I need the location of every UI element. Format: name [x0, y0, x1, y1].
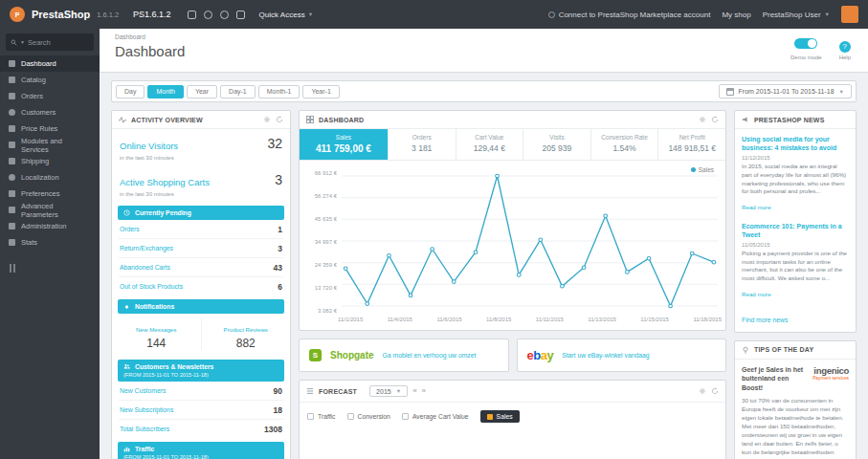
forecast-panel-title: FORECAST — [319, 388, 357, 395]
stats-icon — [9, 239, 15, 246]
kpi-label: Sales — [302, 134, 385, 141]
left-column: ACTIVITY OVERVIEW Online Visitors in the… — [111, 110, 291, 459]
kpi-strip: Sales411 759,00 € Orders3 181 Cart Value… — [300, 129, 725, 161]
sidebar-item-shipping[interactable]: Shipping — [0, 153, 100, 169]
orders-icon — [9, 93, 15, 99]
news-article-title[interactable]: Ecommerce 101: Payments in a Tweet — [742, 222, 849, 239]
user-menu[interactable]: PrestaShop User ▼ — [763, 11, 830, 19]
rocket-icon[interactable] — [236, 11, 245, 19]
read-more-link[interactable]: Read more — [742, 204, 771, 210]
sidebar-item-advanced-parameters[interactable]: Advanced Parameters — [0, 202, 100, 218]
forecast-conversion-toggle[interactable]: Conversion — [347, 413, 390, 420]
filter-month-button[interactable]: Month — [147, 85, 183, 98]
tips-of-the-day-panel: TIPS OF THE DAY Geef je Sales in het bui… — [734, 340, 857, 459]
kpi-conversion-rate[interactable]: Conversion Rate1.54% — [591, 129, 659, 160]
gear-icon[interactable] — [263, 116, 271, 123]
orders-link[interactable]: Orders — [120, 226, 140, 232]
kpi-orders[interactable]: Orders3 181 — [389, 129, 456, 160]
shop-name[interactable]: PS1.6.1.2 — [133, 10, 171, 19]
forecast-sales-toggle[interactable]: Sales — [480, 410, 520, 423]
sidebar-item-preferences[interactable]: Preferences — [0, 186, 100, 202]
gear-icon[interactable] — [699, 387, 706, 395]
search-input[interactable] — [28, 38, 89, 47]
product-reviews-link[interactable]: Product Reviews — [224, 326, 268, 333]
checkbox-icon — [307, 413, 314, 420]
news-article-date: 11/05/2015 — [742, 242, 849, 248]
new-customers-link[interactable]: New Customers — [120, 387, 166, 394]
refresh-icon[interactable] — [711, 387, 719, 395]
kpi-cart-value[interactable]: Cart Value129,44 € — [456, 129, 524, 160]
sidebar-item-label: Catalog — [21, 76, 46, 84]
demo-mode-toggle[interactable] — [794, 38, 817, 49]
read-more-link[interactable]: Read more — [742, 291, 771, 297]
currently-pending-title: Currently Pending — [135, 209, 191, 216]
my-shop-link[interactable]: My shop — [722, 11, 750, 19]
cart-icon[interactable] — [188, 11, 196, 19]
returns-link[interactable]: Return/Exchanges — [120, 245, 173, 251]
marketplace-link[interactable]: Connect to PrestaShop Marketplace accoun… — [548, 11, 711, 19]
sidebar-collapse-button[interactable] — [10, 264, 90, 273]
sidebar-item-stats[interactable]: Stats — [0, 234, 100, 251]
online-visitors-link[interactable]: Online Visitors — [120, 141, 178, 151]
sidebar-item-localization[interactable]: Localization — [0, 169, 100, 186]
ebay-promo[interactable]: ebay Start uw eBay-winkel vandaag — [517, 339, 727, 372]
sales-swatch-icon — [487, 414, 493, 420]
new-messages-stat[interactable]: New Messages 144 — [112, 318, 201, 350]
tips-headline: Geef je Sales in het buitenland een Boos… — [742, 365, 807, 392]
shopgate-promo[interactable]: S Shopgate Ga mobiel en verhoog uw omzet — [299, 339, 509, 372]
kpi-sales[interactable]: Sales411 759,00 € — [300, 129, 389, 160]
tips-body: Geef je Sales in het buitenland een Boos… — [735, 360, 856, 459]
sidebar-item-price-rules[interactable]: Price Rules — [0, 120, 100, 137]
filter-day-1-button[interactable]: Day-1 — [220, 85, 256, 98]
active-carts-sub: in the last 30 minutes — [120, 191, 210, 197]
people-icon — [123, 363, 130, 370]
sidebar-item-administration[interactable]: Administration — [0, 218, 100, 234]
x-tick: 11/6/2015 — [436, 317, 461, 322]
sidebar-item-dashboard[interactable]: Dashboard — [0, 55, 100, 72]
quick-access-menu[interactable]: Quick Access ▼ — [259, 11, 313, 19]
ingenico-logo: ingenico Payment services — [812, 365, 849, 392]
ebay-letter: b — [533, 348, 540, 362]
sidebar-item-modules[interactable]: Modules and Services — [0, 137, 100, 153]
abandoned-carts-link[interactable]: Abandoned Carts — [120, 264, 170, 271]
filter-month-1-button[interactable]: Month-1 — [258, 85, 300, 98]
chart-legend[interactable]: Sales — [691, 166, 714, 173]
out-of-stock-link[interactable]: Out of Stock Products — [120, 283, 183, 290]
refresh-icon[interactable] — [276, 116, 283, 123]
filter-day-button[interactable]: Day — [116, 85, 145, 98]
next-year-button[interactable]: » — [422, 387, 426, 395]
news-article-title[interactable]: Using social media for your business: 4 … — [742, 135, 849, 152]
gear-icon[interactable] — [699, 116, 706, 123]
year-select[interactable]: 2015 ▼ — [369, 385, 408, 397]
shopgate-link[interactable]: Ga mobiel en verhoog uw omzet — [383, 352, 477, 359]
previous-year-button[interactable]: « — [412, 387, 416, 395]
sidebar: ▼ Dashboard Catalog Orders Customers Pri… — [0, 29, 100, 459]
lifesaver-icon[interactable] — [220, 11, 229, 19]
ebay-link[interactable]: Start uw eBay-winkel vandaag — [562, 352, 649, 359]
filter-year-1-button[interactable]: Year-1 — [302, 85, 339, 98]
sidebar-search[interactable]: ▼ — [6, 33, 94, 51]
sidebar-item-customers[interactable]: Customers — [0, 104, 100, 120]
refresh-icon[interactable] — [711, 116, 719, 123]
filter-year-button[interactable]: Year — [187, 85, 217, 98]
forecast-cart-value-toggle[interactable]: Average Cart Value — [402, 413, 469, 420]
new-messages-link[interactable]: New Messages — [136, 326, 176, 333]
sidebar-nav: Dashboard Catalog Orders Customers Price… — [0, 55, 100, 251]
product-reviews-stat[interactable]: Product Reviews 882 — [201, 318, 291, 350]
active-carts-link[interactable]: Active Shopping Carts — [120, 177, 210, 187]
forecast-traffic-toggle[interactable]: Traffic — [307, 413, 336, 420]
kpi-label: Net Profit — [661, 134, 723, 141]
forecast-controls: 2015 ▼ « » — [369, 385, 426, 397]
help-icon[interactable]: ? — [839, 41, 851, 53]
new-subscriptions-link[interactable]: New Subscriptions — [120, 406, 173, 413]
traffic-title: Traffic — [135, 446, 154, 452]
kpi-net-profit[interactable]: Net Profit148 918,51 € — [658, 129, 725, 160]
profile-icon[interactable] — [204, 11, 212, 19]
date-range-picker[interactable]: From 2015-11-01 To 2015-11-18 ▼ — [719, 84, 852, 98]
total-subscribers-link[interactable]: Total Subscribers — [120, 426, 169, 432]
sidebar-item-orders[interactable]: Orders — [0, 88, 100, 104]
user-avatar[interactable] — [841, 6, 858, 23]
find-more-news-link[interactable]: Find more news — [742, 317, 788, 323]
sidebar-item-catalog[interactable]: Catalog — [0, 72, 100, 88]
kpi-visits[interactable]: Visits205 939 — [523, 129, 591, 160]
